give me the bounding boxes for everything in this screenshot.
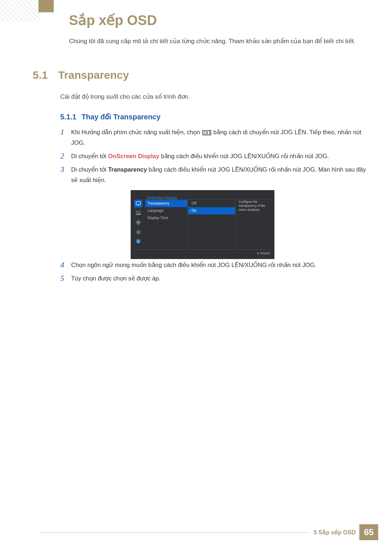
osd-menu-display-time: Display Time xyxy=(145,214,187,222)
step-body: Tùy chọn được chọn sẽ được áp. xyxy=(71,273,367,284)
osd-value-off: Off xyxy=(188,200,235,207)
steps-lower: 4 Chọn ngôn ngữ mong muốn bằng cách điều… xyxy=(60,260,367,287)
section-number: 5.1 xyxy=(33,69,58,81)
subsection-title: Thay đổi Transparency xyxy=(81,113,160,121)
steps-upper: 1 Khi Hướng dẫn phím chức năng xuất hiện… xyxy=(60,127,367,266)
svg-point-3 xyxy=(137,212,138,213)
step-body: Di chuyển tới Transparency bằng cách điề… xyxy=(71,164,367,263)
page-footer: 5 Sắp xếp OSD 65 xyxy=(39,524,378,541)
step-number: 5 xyxy=(60,273,71,284)
osd-divider xyxy=(134,249,271,250)
osd-description: Configure the transparency of the menu w… xyxy=(239,200,271,212)
footer-rule xyxy=(39,532,309,533)
osd-divider xyxy=(187,200,188,249)
osd-menu: Transparency Language Display Time xyxy=(145,200,187,222)
svg-point-4 xyxy=(137,231,139,233)
osd-values: Off On xyxy=(188,200,235,214)
svg-line-11 xyxy=(136,233,137,234)
osd-menu-transparency: Transparency xyxy=(145,200,187,207)
step-2-text-a: Di chuyển tới xyxy=(71,153,108,159)
move-icon xyxy=(134,218,142,226)
chapter-tab xyxy=(38,0,54,12)
subsection-heading: 5.1.1Thay đổi Transparency xyxy=(60,112,160,121)
step-1-text-a: Khi Hướng dẫn phím chức năng xuất hiện, … xyxy=(71,129,204,135)
svg-line-12 xyxy=(139,230,140,231)
svg-line-10 xyxy=(139,233,140,234)
section-heading: 5.1Transparency xyxy=(33,69,129,81)
footer-chapter-label: 5 Sắp xếp OSD xyxy=(314,529,356,536)
osd-screenshot: OnScreen Display i xyxy=(131,190,274,259)
step-body: Khi Hướng dẫn phím chức năng xuất hiện, … xyxy=(71,127,367,148)
step-2: 2 Di chuyển tới OnScreen Display bằng cá… xyxy=(60,151,367,161)
page-title: Sắp xếp OSD xyxy=(69,12,157,28)
intro-text: Chúng tôi đã cung cấp mô tả chi tiết của… xyxy=(69,36,363,46)
step-3: 3 Di chuyển tới Transparency bằng cách đ… xyxy=(60,164,367,263)
svg-rect-1 xyxy=(138,205,139,206)
step-3-bold: Transparency xyxy=(108,166,147,173)
menu-icon xyxy=(204,130,210,135)
osd-sidebar-icons: i xyxy=(134,200,142,247)
corner-decoration xyxy=(0,0,40,22)
step-number: 3 xyxy=(60,164,71,175)
monitor-icon xyxy=(134,200,142,208)
step-4: 4 Chọn ngôn ngữ mong muốn bằng cách điều… xyxy=(60,260,367,270)
svg-rect-0 xyxy=(136,202,140,205)
picture-icon xyxy=(134,209,142,217)
osd-return: Return xyxy=(257,251,270,257)
section-title: Transparency xyxy=(58,69,129,81)
footer-page-number: 65 xyxy=(359,524,378,540)
info-icon: i xyxy=(134,237,142,245)
section-description: Cài đặt độ trong suốt cho các cửa sổ trì… xyxy=(60,93,190,100)
step-3-text-a: Di chuyển tới xyxy=(71,166,108,173)
step-1: 1 Khi Hướng dẫn phím chức năng xuất hiện… xyxy=(60,127,367,148)
osd-menu-language: Language xyxy=(145,207,187,214)
subsection-number: 5.1.1 xyxy=(60,113,76,121)
svg-line-9 xyxy=(136,230,137,231)
osd-divider xyxy=(236,200,236,249)
osd-value-on: On xyxy=(188,207,235,214)
step-body: Chọn ngôn ngữ mong muốn bằng cách điều k… xyxy=(71,260,367,270)
step-2-highlight: OnScreen Display xyxy=(108,153,159,159)
step-number: 2 xyxy=(60,151,71,161)
step-number: 4 xyxy=(60,260,71,270)
step-5: 5 Tùy chọn được chọn sẽ được áp. xyxy=(60,273,367,284)
step-2-text-b: bằng cách điều khiển nút JOG LÊN/XUỐNG r… xyxy=(159,153,329,159)
step-number: 1 xyxy=(60,127,71,138)
step-body: Di chuyển tới OnScreen Display bằng cách… xyxy=(71,151,367,161)
gear-icon xyxy=(134,228,142,236)
